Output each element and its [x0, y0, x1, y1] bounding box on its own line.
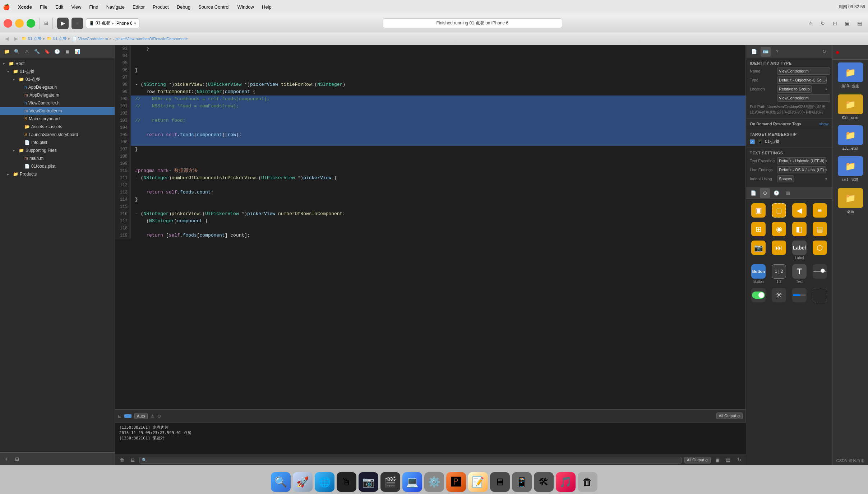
obj-switch[interactable]: [749, 286, 768, 304]
folder-第13[interactable]: 📁 第13···业生: [832, 60, 868, 92]
menu-product[interactable]: Product: [151, 4, 170, 10]
obj-tableview-controller[interactable]: ≡: [810, 202, 829, 219]
fold-icon[interactable]: ⊟: [118, 414, 121, 419]
tree-item-appdelegate-h[interactable]: h AppDelegate.h: [0, 83, 115, 91]
dock-trash[interactable]: 🗑: [578, 472, 597, 492]
filename-input[interactable]: [777, 94, 830, 102]
obj-3d[interactable]: ⬡: [810, 239, 829, 261]
menu-source-control[interactable]: Source Control: [197, 4, 231, 10]
tree-item-main-storyboard[interactable]: S Main.storyboard: [0, 115, 115, 123]
console-search-placeholder[interactable]: 🔍: [142, 458, 147, 462]
menu-find[interactable]: Find: [88, 4, 100, 10]
obj-activity[interactable]: ✳: [770, 286, 789, 304]
nav-forward-button[interactable]: ▶: [12, 35, 20, 43]
auto-selector[interactable]: Auto: [134, 413, 148, 419]
nav-debug-icon[interactable]: 🔧: [33, 48, 41, 56]
code-content[interactable]: 93 } 94 95 96 }: [115, 45, 745, 409]
menu-edit[interactable]: Edit: [54, 4, 65, 10]
obj-storyboard-ref[interactable]: ◻: [770, 202, 789, 219]
obj-lib-tab-2[interactable]: ⊙: [760, 188, 770, 198]
dock-mouse[interactable]: 🖱: [337, 472, 356, 492]
inspector-tab-id[interactable]: 🪪: [761, 47, 771, 57]
obj-text-item[interactable]: T Text: [790, 263, 809, 285]
console-layout-1[interactable]: ▣: [714, 456, 721, 464]
nav-breakpoint-icon[interactable]: ◼: [63, 48, 71, 56]
obj-segmented[interactable]: 1 | 2 1 2: [770, 263, 789, 285]
tree-item-project1[interactable]: ▾ 📁 01-点餐: [0, 67, 115, 75]
stop-button[interactable]: ■: [71, 18, 83, 29]
breadcrumb-item-3[interactable]: ViewController.m: [78, 37, 108, 41]
obj-lib-tab-1[interactable]: 📄: [748, 188, 758, 198]
dock-launchpad[interactable]: 🚀: [293, 472, 313, 492]
obj-split-controller[interactable]: ◧: [790, 220, 809, 238]
nav-history-icon[interactable]: 🕐: [53, 48, 61, 56]
console-layout-2[interactable]: ▤: [724, 456, 732, 464]
tree-item-project2[interactable]: ▾ 📁 01-点餐: [0, 75, 115, 83]
inspector-tab-file[interactable]: 📄: [749, 47, 759, 57]
tree-item-launch-storyboard[interactable]: S LaunchScreen.storyboard: [0, 131, 115, 139]
target-checkbox[interactable]: ✓: [750, 139, 755, 144]
indent-select[interactable]: Spaces: [777, 175, 794, 182]
obj-label-item[interactable]: Label Label: [790, 239, 809, 261]
warning-nav-icon[interactable]: ⚠: [151, 414, 154, 419]
tree-item-supporting[interactable]: ▾ 📁 Supporting Files: [0, 146, 115, 154]
obj-avkit[interactable]: ⏭: [770, 239, 789, 261]
obj-page-controller[interactable]: ▤: [810, 220, 829, 238]
tree-item-info-plist[interactable]: 📄 Info.plist: [0, 139, 115, 146]
dock-powerpoint[interactable]: 🅿: [446, 472, 466, 492]
dock-safari[interactable]: 🌐: [315, 472, 334, 492]
console-filter-button[interactable]: ⊟: [129, 456, 137, 464]
nav-report-icon[interactable]: 📊: [73, 48, 81, 56]
tree-item-viewcontroller-h[interactable]: h ViewController.h: [0, 99, 115, 107]
dock-finder[interactable]: 🔍: [271, 472, 291, 492]
nav-back-button[interactable]: ◀: [3, 35, 11, 43]
dock-settings[interactable]: ⚙️: [424, 472, 444, 492]
dock-simulator[interactable]: 🖥: [490, 472, 510, 492]
obj-camera[interactable]: 📷: [749, 239, 768, 261]
未命名-icon-1[interactable]: ●: [835, 48, 840, 56]
inspector-refresh[interactable]: ↻: [819, 47, 829, 57]
tree-item-appdelegate-m[interactable]: m AppDelegate.m: [0, 91, 115, 99]
dock-music[interactable]: 🎵: [556, 472, 576, 492]
tree-item-assets[interactable]: 📂 Assets.xcassets: [0, 123, 115, 131]
menu-debug[interactable]: Debug: [175, 4, 192, 10]
obj-slider[interactable]: [810, 263, 829, 285]
toolbar-warnings-icon[interactable]: ⚠: [805, 18, 816, 28]
obj-tab-controller[interactable]: ◉: [770, 220, 789, 238]
navigator-icon[interactable]: ⊞: [44, 20, 48, 26]
console-refresh[interactable]: ↻: [735, 456, 743, 464]
menu-view[interactable]: View: [70, 4, 83, 10]
console-clear-button[interactable]: 🗑: [118, 456, 126, 464]
dock-media[interactable]: 🎬: [380, 472, 400, 492]
folder-桌面[interactable]: 📁 桌面: [832, 185, 868, 217]
obj-lib-tab-4[interactable]: ▦: [783, 188, 793, 198]
dock-iphone-sim[interactable]: 📱: [512, 472, 532, 492]
menu-window[interactable]: Window: [236, 4, 255, 10]
error-nav-icon[interactable]: ⊙: [157, 414, 161, 419]
nav-search-icon[interactable]: 🔍: [13, 48, 21, 56]
tree-item-root[interactable]: ▾ 📁 Root: [0, 60, 115, 67]
obj-viewcontroller[interactable]: ▣: [749, 202, 768, 219]
output-selector[interactable]: All Output ◇: [716, 413, 743, 419]
folder-ios1[interactable]: 📁 ios1...试题: [832, 153, 868, 185]
location-select[interactable]: Relative to Group: [777, 85, 812, 93]
obj-lib-tab-3[interactable]: 🕐: [771, 188, 781, 198]
dock-notes[interactable]: 📝: [468, 472, 488, 492]
menu-help[interactable]: Help: [260, 4, 273, 10]
obj-progress[interactable]: [790, 286, 809, 304]
tree-item-products[interactable]: ▸ 📁 Products: [0, 170, 115, 178]
obj-button-item[interactable]: Button Button: [749, 263, 768, 285]
nav-warning-icon[interactable]: ⚠: [23, 48, 31, 56]
add-file-button[interactable]: +: [3, 455, 11, 463]
menu-xcode[interactable]: Xcode: [17, 4, 33, 10]
menu-file[interactable]: File: [38, 4, 49, 10]
apple-menu[interactable]: 🍎: [3, 4, 10, 10]
dock-xcode[interactable]: 💻: [402, 472, 422, 492]
dock-quicktime[interactable]: 📷: [359, 472, 378, 492]
maximize-button[interactable]: [27, 19, 35, 28]
tree-item-main-m[interactable]: m main.m: [0, 154, 115, 162]
nav-bookmark-icon[interactable]: 🔖: [43, 48, 51, 56]
line-endings-select[interactable]: Default - OS X / Unix (LF): [777, 166, 826, 173]
menu-editor[interactable]: Editor: [131, 4, 146, 10]
obj-collection-controller[interactable]: ⊞: [749, 220, 768, 238]
